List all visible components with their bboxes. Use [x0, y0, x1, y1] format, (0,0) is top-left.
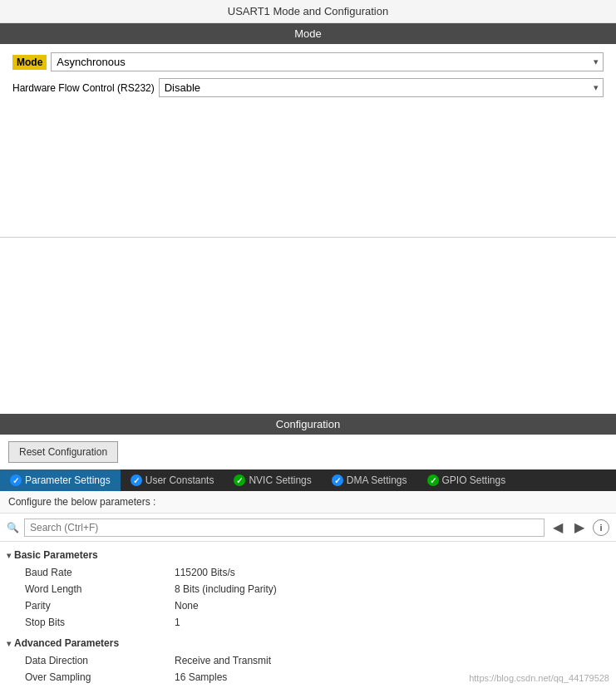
tab-parameter-settings[interactable]: ✓ Parameter Settings	[0, 469, 121, 491]
search-input[interactable]	[24, 519, 545, 537]
advanced-params-label: Advanced Parameters	[14, 637, 119, 649]
param-data-direction-label: Data Direction	[25, 655, 175, 666]
tab-label-user-constants: User Constants	[145, 474, 214, 486]
tab-icon-parameter: ✓	[10, 474, 22, 486]
reset-config-button[interactable]: Reset Configuration	[8, 441, 118, 463]
main-container: USART1 Mode and Configuration Mode Mode …	[0, 0, 616, 693]
nav-prev-button[interactable]: ◀	[549, 518, 566, 537]
watermark: https://blog.csdn.net/qq_44179528	[469, 673, 609, 683]
advanced-params-arrow-icon: ▾	[7, 639, 11, 648]
mode-content: Mode Asynchronous ▾ Hardware Flow Contro…	[0, 44, 616, 238]
param-stop-bits-value: 1	[175, 617, 180, 628]
basic-params-label: Basic Parameters	[14, 549, 98, 561]
hw-flow-select-wrapper: Disable ▾	[159, 78, 604, 97]
hw-flow-row: Hardware Flow Control (RS232) Disable ▾	[12, 78, 604, 97]
empty-space	[0, 238, 616, 414]
mode-select[interactable]: Asynchronous	[51, 52, 604, 71]
window-title: USART1 Mode and Configuration	[228, 5, 388, 17]
param-parity-value: None	[175, 600, 199, 612]
param-word-length-value: 8 Bits (including Parity)	[175, 583, 277, 595]
table-row: Baud Rate 115200 Bits/s	[0, 564, 616, 581]
table-row: Parity None	[0, 597, 616, 614]
param-over-sampling-value: 16 Samples	[175, 671, 227, 683]
tab-label-nvic: NVIC Settings	[249, 474, 311, 486]
tabs-bar: ✓ Parameter Settings ✓ User Constants ✓ …	[0, 469, 616, 491]
basic-params-arrow-icon: ▾	[7, 551, 11, 560]
tab-nvic-settings[interactable]: ✓ NVIC Settings	[224, 469, 321, 491]
nav-next-button[interactable]: ▶	[571, 518, 588, 537]
basic-params-header[interactable]: ▾ Basic Parameters	[0, 546, 616, 564]
config-header-label: Configuration	[276, 418, 340, 430]
tab-icon-dma: ✓	[332, 474, 343, 486]
mode-header-label: Mode	[294, 27, 322, 40]
param-baud-rate-label: Baud Rate	[25, 567, 175, 578]
search-nav-row: 🔍 ◀ ▶ i	[0, 514, 616, 542]
mode-label: Mode	[12, 55, 47, 70]
tab-label-parameter: Parameter Settings	[25, 474, 111, 486]
table-row: Stop Bits 1	[0, 614, 616, 631]
tab-icon-user-constants: ✓	[131, 474, 142, 486]
param-baud-rate-value: 115200 Bits/s	[175, 567, 235, 578]
hw-flow-label: Hardware Flow Control (RS232)	[12, 82, 155, 94]
reset-btn-row: Reset Configuration	[0, 435, 616, 469]
configure-hint-text: Configure the below parameters :	[8, 496, 155, 508]
config-section-header: Configuration	[0, 414, 616, 435]
tab-icon-nvic: ✓	[234, 474, 245, 486]
table-row: Data Direction Receive and Transmit	[0, 652, 616, 669]
param-parity-label: Parity	[25, 600, 175, 612]
param-data-direction-value: Receive and Transmit	[175, 655, 271, 666]
tab-icon-gpio: ✓	[427, 474, 439, 486]
tab-user-constants[interactable]: ✓ User Constants	[121, 469, 224, 491]
mode-section-header: Mode	[0, 23, 616, 44]
info-button[interactable]: i	[593, 519, 609, 536]
tab-gpio-settings[interactable]: ✓ GPIO Settings	[417, 469, 516, 491]
title-bar: USART1 Mode and Configuration	[0, 0, 616, 23]
basic-params-group: ▾ Basic Parameters Baud Rate 115200 Bits…	[0, 546, 616, 631]
mode-select-wrapper: Asynchronous ▾	[51, 52, 604, 71]
hw-flow-select[interactable]: Disable	[159, 78, 604, 97]
mode-row: Mode Asynchronous ▾	[12, 52, 604, 71]
param-word-length-label: Word Length	[25, 583, 175, 595]
config-content: Reset Configuration ✓ Parameter Settings…	[0, 435, 616, 693]
param-stop-bits-label: Stop Bits	[25, 617, 175, 628]
tab-dma-settings[interactable]: ✓ DMA Settings	[322, 469, 417, 491]
params-area: ▾ Basic Parameters Baud Rate 115200 Bits…	[0, 542, 616, 693]
param-over-sampling-label: Over Sampling	[25, 671, 175, 683]
configure-hint: Configure the below parameters :	[0, 491, 616, 514]
search-icon: 🔍	[7, 522, 19, 533]
tab-label-gpio: GPIO Settings	[442, 474, 506, 486]
table-row: Word Length 8 Bits (including Parity)	[0, 581, 616, 597]
tab-label-dma: DMA Settings	[347, 474, 407, 486]
watermark-text: https://blog.csdn.net/qq_44179528	[469, 673, 609, 683]
advanced-params-header[interactable]: ▾ Advanced Parameters	[0, 634, 616, 652]
